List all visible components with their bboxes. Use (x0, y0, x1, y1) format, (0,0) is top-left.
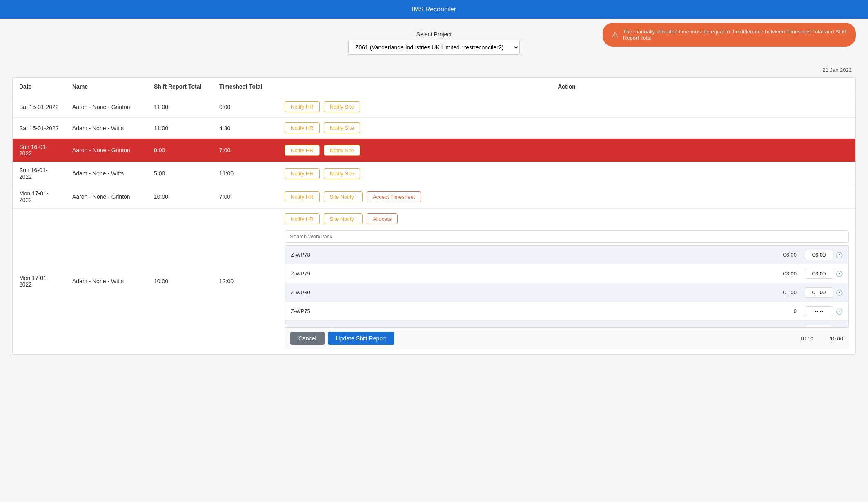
cell-date: Sun 16-01-2022 (13, 139, 66, 162)
workpack-hours: 03:00 (764, 271, 797, 277)
cell-name: Aaron - None - Grinton (66, 139, 147, 162)
cell-timesheet-total: 12:00 (213, 209, 278, 354)
cell-action: Notify HRSite Notify 'Accept Timesheet (278, 185, 855, 209)
table-row: Mon 17-01-2022Adam - None - Witts10:0012… (13, 209, 855, 354)
cell-date: Mon 17-01-2022 (13, 209, 66, 354)
notify-hr-button[interactable]: Notify HR (285, 213, 320, 224)
clock-icon[interactable]: 🕐 (836, 308, 843, 315)
panel-footer: CancelUpdate Shift Report10:0010:00 (285, 327, 849, 349)
notify-site-button[interactable]: Notify Site (324, 168, 360, 179)
cell-name: Adam - None - Witts (66, 118, 147, 139)
notify-site-button[interactable]: Notify Site (324, 101, 360, 112)
notify-hr-button[interactable]: Notify HR (285, 122, 320, 133)
app-title: IMS Reconciler (412, 6, 456, 13)
workpack-row: Z-WP760🕐 (285, 321, 848, 327)
project-label: Select Project (416, 31, 452, 38)
cell-shift-report-total: 11:00 (147, 118, 213, 139)
cell-timesheet-total: 7:00 (213, 185, 278, 209)
clock-icon[interactable]: 🕐 (836, 289, 843, 296)
cell-date: Sat 15-01-2022 (13, 96, 66, 118)
cell-date: Sun 16-01-2022 (13, 162, 66, 185)
col-action: Action (278, 78, 855, 96)
total-left: 10:00 (800, 335, 814, 342)
table-row: Sat 15-01-2022Aaron - None - Grinton11:0… (13, 96, 855, 118)
alert-icon: ⚠ (612, 30, 618, 39)
panel-actions: CancelUpdate Shift Report (290, 332, 394, 345)
table-row: Sun 16-01-2022Aaron - None - Grinton0:00… (13, 139, 855, 162)
cell-timesheet-total: 0:00 (213, 96, 278, 118)
cell-shift-report-total: 11:00 (147, 96, 213, 118)
workpack-hours: 06:00 (764, 252, 797, 258)
notify-hr-button[interactable]: Notify HR (285, 191, 320, 202)
workpack-name: Z-WP78 (291, 252, 764, 258)
project-dropdown[interactable]: Z061 (Vanderlande Industries UK Limited … (348, 40, 520, 55)
notify-hr-button[interactable]: Notify HR (285, 168, 320, 179)
cell-name: Adam - None - Witts (66, 162, 147, 185)
cell-shift-report-total: 5:00 (147, 162, 213, 185)
table-row: Sun 16-01-2022Adam - None - Witts5:0011:… (13, 162, 855, 185)
notify-site-button[interactable]: Site Notify ' (324, 191, 363, 202)
workpack-row: Z-WP7903:00🕐 (285, 264, 848, 283)
cell-action: Notify HRNotify Site (278, 162, 855, 185)
workpack-input-group: 🕐 (805, 287, 843, 298)
top-bar: IMS Reconciler (0, 0, 868, 19)
table-row: Sat 15-01-2022Adam - None - Witts11:004:… (13, 118, 855, 139)
notify-site-button[interactable]: Notify Site (324, 122, 360, 133)
allocate-panel: Z-WP7806:00🕐Z-WP7903:00🕐Z-WP8001:00🕐Z-WP… (285, 230, 849, 349)
total-right: 10:00 (830, 335, 843, 342)
workpack-name: Z-WP80 (291, 289, 764, 295)
cell-timesheet-total: 11:00 (213, 162, 278, 185)
cell-date: Sat 15-01-2022 (13, 118, 66, 139)
cell-name: Aaron - None - Grinton (66, 185, 147, 209)
date-display: 21 Jan 2022 (12, 67, 856, 73)
notify-hr-button[interactable]: Notify HR (285, 145, 320, 156)
workpack-input-group: 🕐 (805, 250, 843, 260)
cell-shift-report-total: 10:00 (147, 185, 213, 209)
cancel-button[interactable]: Cancel (290, 332, 325, 345)
notify-site-button[interactable]: Notify Site (324, 145, 360, 156)
clock-icon[interactable]: 🕐 (836, 252, 843, 258)
update-shift-report-button[interactable]: Update Shift Report (328, 332, 394, 345)
cell-action: Notify HRNotify Site (278, 96, 855, 118)
workpack-time-input[interactable] (805, 287, 833, 298)
workpack-time-input[interactable] (805, 269, 833, 279)
allocate-button[interactable]: Allocate (367, 213, 398, 224)
cell-name: Aaron - None - Grinton (66, 96, 147, 118)
footer-totals: 10:0010:00 (394, 335, 843, 342)
cell-timesheet-total: 4:30 (213, 118, 278, 139)
alert-message: The manually allocated time must be equa… (623, 29, 847, 41)
col-timesheet-total: Timesheet Total (213, 78, 278, 96)
cell-action: Notify HRNotify Site (278, 118, 855, 139)
col-shift-report-total: Shift Report Total (147, 78, 213, 96)
cell-name: Adam - None - Witts (66, 209, 147, 354)
col-name: Name (66, 78, 147, 96)
clock-icon[interactable]: 🕐 (836, 271, 843, 277)
workpack-input-group: 🕐 (805, 269, 843, 279)
workpack-hours: 01:00 (764, 289, 797, 295)
workpack-row: Z-WP750🕐 (285, 302, 848, 321)
workpack-list: Z-WP7806:00🕐Z-WP7903:00🕐Z-WP8001:00🕐Z-WP… (285, 245, 849, 327)
cell-date: Mon 17-01-2022 (13, 185, 66, 209)
workpack-hours: 0 (764, 308, 797, 314)
col-date: Date (13, 78, 66, 96)
workpack-input-group: 🕐 (805, 306, 843, 316)
cell-shift-report-total: 10:00 (147, 209, 213, 354)
cell-action: Notify HRSite Notify 'AllocateZ-WP7806:0… (278, 209, 855, 354)
accept-timesheet-button[interactable]: Accept Timesheet (367, 191, 421, 202)
workpack-name: Z-WP79 (291, 271, 764, 277)
workpack-name: Z-WP75 (291, 308, 764, 314)
alert-banner: ⚠ The manually allocated time must be eq… (603, 23, 856, 47)
cell-timesheet-total: 7:00 (213, 139, 278, 162)
workpack-time-input[interactable] (805, 306, 833, 316)
search-workpack-input[interactable] (285, 230, 849, 243)
cell-action: Notify HRNotify Site (278, 139, 855, 162)
notify-hr-button[interactable]: Notify HR (285, 101, 320, 112)
notify-site-button[interactable]: Site Notify ' (324, 213, 363, 224)
cell-shift-report-total: 0:00 (147, 139, 213, 162)
workpack-time-input[interactable] (805, 250, 833, 260)
table-row: Mon 17-01-2022Aaron - None - Grinton10:0… (13, 185, 855, 209)
workpack-row: Z-WP8001:00🕐 (285, 283, 848, 302)
workpack-row: Z-WP7806:00🕐 (285, 246, 848, 264)
